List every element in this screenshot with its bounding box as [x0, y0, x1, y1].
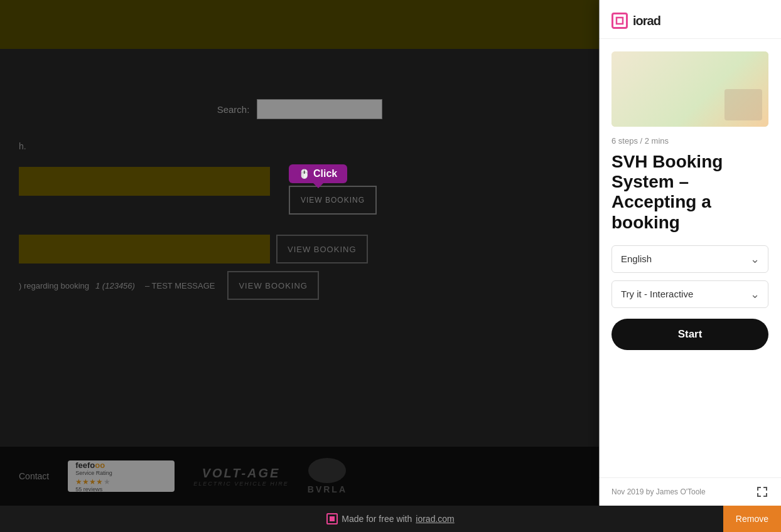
start-button[interactable]: Start — [611, 319, 768, 350]
iorad-icon-inner — [330, 516, 335, 521]
iorad-logo-box — [611, 13, 628, 29]
expand-icon[interactable] — [756, 486, 768, 498]
language-select-wrapper: English French Spanish German ⌄ — [611, 245, 768, 273]
made-with-text: Made for free with — [342, 514, 412, 524]
iorad-logo-icon — [615, 16, 624, 25]
iorad-link[interactable]: iorad.com — [416, 514, 454, 524]
iorad-panel: iorad 6 steps / 2 mins SVH Booking Syste… — [599, 0, 781, 506]
iorad-logo-text: iorad — [633, 14, 660, 28]
overlay — [0, 0, 600, 506]
iorad-footer-date: Nov 2019 by James O'Toole — [611, 487, 706, 496]
tutorial-image — [611, 51, 768, 127]
iorad-body: 6 steps / 2 mins SVH Booking System – Ac… — [599, 39, 781, 477]
click-label: Click — [313, 168, 337, 179]
svg-rect-4 — [766, 487, 767, 491]
mode-select[interactable]: Try it - Interactive Watch it Read it — [611, 280, 768, 308]
svg-rect-2 — [757, 487, 758, 491]
iorad-footer: Nov 2019 by James O'Toole — [599, 477, 781, 506]
click-tooltip[interactable]: 🖱️ Click — [289, 164, 347, 183]
iorad-header: iorad — [599, 0, 781, 39]
svg-rect-8 — [766, 493, 767, 497]
iorad-bottom-icon — [326, 513, 338, 524]
language-select[interactable]: English French Spanish German — [611, 245, 768, 273]
tutorial-title: SVH Booking System – Accepting a booking — [611, 152, 768, 233]
remove-button[interactable]: Remove — [723, 506, 781, 532]
svg-rect-6 — [757, 493, 758, 497]
bottom-bar: Made for free with iorad.com Remove — [0, 506, 781, 532]
steps-meta: 6 steps / 2 mins — [611, 136, 768, 146]
mode-select-wrapper: Try it - Interactive Watch it Read it ⌄ — [611, 280, 768, 308]
